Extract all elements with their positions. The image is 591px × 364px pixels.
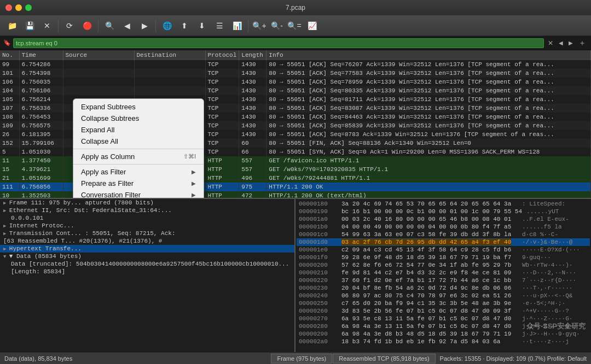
col-source[interactable]: Source bbox=[63, 50, 134, 60]
hex-row[interactable]: 00000290 6a 98 4a 3e d8 b3 48 d5 18 d5 3… bbox=[297, 330, 590, 338]
hex-row[interactable]: 000001b0 04 00 00 49 00 00 00 00 04 00 0… bbox=[297, 223, 590, 231]
menu-item[interactable]: Apply as Filter ▶ bbox=[73, 166, 204, 178]
watermark: 众号·SSP安全研究 bbox=[526, 321, 586, 331]
status-segments: Frame (975 bytes)Reassembled TCP (85,918… bbox=[271, 354, 435, 363]
toolbar: 📁 💾 ✕ ⟳ 🔴 🔍 ◀ ▶ 🌐 ⬆ ⬇ ☰ 📊 🔍+ 🔍- 🔍= 📈 bbox=[0, 15, 591, 36]
hex-row[interactable]: 00000210 fe 9d 81 44 c2 e7 b4 d3 32 2c e… bbox=[297, 269, 590, 277]
detail-item-text: Data [truncated]: 504b030414000000008000… bbox=[11, 261, 289, 267]
hex-ascii: ......f5 la bbox=[522, 224, 588, 230]
down-button[interactable]: ⬇ bbox=[194, 18, 210, 33]
detail-item[interactable]: ▼ Data (85834 bytes) bbox=[0, 253, 294, 260]
cell-len: 472 bbox=[239, 191, 266, 198]
zoom-in-button[interactable]: 🔍+ bbox=[252, 18, 267, 33]
capture-button[interactable]: 🔴 bbox=[79, 18, 95, 33]
zoom-out-button[interactable]: 🔍- bbox=[269, 18, 285, 33]
hex-row[interactable]: 00000240 06 80 97 ac 80 75 c4 70 78 97 e… bbox=[297, 292, 590, 300]
network-button[interactable]: 🌐 bbox=[159, 18, 175, 33]
table-row[interactable]: 104 6.756106 TCP 1430 80 → 55051 [ACK] S… bbox=[0, 86, 591, 95]
detail-item[interactable]: [Length: 85834] bbox=[0, 268, 294, 275]
detail-item[interactable]: Internet Protoc... bbox=[0, 222, 294, 230]
packet-list[interactable]: No. Time Source Destination Protocol Len… bbox=[0, 50, 591, 198]
filter-clear-button[interactable]: ✕ bbox=[546, 39, 555, 47]
hex-row[interactable]: 000001a0 00 03 2c 40 16 80 00 00 00 65 4… bbox=[297, 215, 590, 223]
col-no[interactable]: No. bbox=[0, 50, 19, 60]
hex-ascii: : LiteSpeed: bbox=[522, 201, 588, 207]
filter-next-button[interactable]: ▶ bbox=[567, 40, 575, 46]
cell-time: 6.756035 bbox=[19, 78, 63, 86]
detail-item[interactable]: 0.0.0.101 bbox=[0, 214, 294, 222]
col-length[interactable]: Length bbox=[239, 50, 266, 60]
minimize-button[interactable] bbox=[15, 4, 22, 11]
table-row[interactable]: 101 6.754398 TCP 1430 80 → 55051 [ACK] S… bbox=[0, 69, 591, 78]
detail-item[interactable]: Frame 111: 975 by... aptured (7800 bits) bbox=[0, 199, 294, 207]
filter-bar: 🔖 tcp.stream eq 0 ✕ ◀ ▶ ＋ bbox=[0, 36, 591, 50]
hex-row[interactable]: 000001f0 59 28 6e 9f 48 d5 18 d5 39 18 6… bbox=[297, 254, 590, 261]
hex-row[interactable]: 000001c0 54 99 63 3a 63 e0 07 c3 58 fe 3… bbox=[297, 231, 590, 238]
filter-prev-button[interactable]: ◀ bbox=[557, 40, 565, 46]
cell-len: 557 bbox=[239, 165, 266, 174]
detail-item[interactable]: Ethernet II, Src: Dst: FederalState_31:6… bbox=[0, 207, 294, 214]
toolbar-separator-1 bbox=[58, 19, 59, 32]
status-segment[interactable]: Reassembled TCP (85,918 bytes) bbox=[333, 354, 435, 363]
hex-bytes: 06 80 97 ac 80 75 c4 70 78 97 e6 3c 02 e… bbox=[341, 292, 518, 299]
detail-item[interactable]: Transmission Cont... : 55051, Seq: 87215… bbox=[0, 230, 294, 237]
status-segment[interactable]: Frame (975 bytes) bbox=[271, 354, 332, 363]
cell-no: 106 bbox=[0, 78, 19, 86]
hex-bytes: 20 04 bf 8e fb 54 a6 2c 0d 72 d4 9c 8e d… bbox=[341, 285, 518, 291]
menu-item[interactable]: Collapse Subtrees bbox=[73, 113, 204, 124]
open-button[interactable]: 📁 bbox=[4, 18, 20, 33]
cell-len: 557 bbox=[239, 156, 266, 165]
hex-row[interactable]: 00000200 57 62 8e f6 e6 72 54 77 0e 34 1… bbox=[297, 261, 590, 269]
col-time[interactable]: Time bbox=[19, 50, 63, 60]
chart-button[interactable]: 📈 bbox=[304, 18, 320, 33]
col-protocol[interactable]: Protocol bbox=[205, 50, 239, 60]
col-info[interactable]: Info bbox=[266, 50, 591, 60]
hex-ascii: 7`···z··r{D···· bbox=[522, 277, 588, 284]
save-button[interactable]: 💾 bbox=[22, 18, 37, 33]
cell-time: 15.799106 bbox=[19, 139, 63, 148]
cell-src bbox=[63, 78, 134, 86]
up-button[interactable]: ⬆ bbox=[177, 18, 192, 33]
list-button[interactable]: ☰ bbox=[212, 18, 227, 33]
hex-bytes: 04 00 00 49 00 00 00 00 04 00 00 0b 80 f… bbox=[341, 224, 518, 230]
find-button[interactable]: 🔍 bbox=[102, 18, 117, 33]
hex-row[interactable]: 00000250 c7 65 d0 20 ba f9 94 c1 35 3c 3… bbox=[297, 300, 590, 307]
graph-button[interactable]: 📊 bbox=[229, 18, 245, 33]
col-destination[interactable]: Destination bbox=[134, 50, 205, 60]
hex-row[interactable]: 00000190 bc 16 b1 00 00 00 0c b1 00 00 0… bbox=[297, 208, 590, 215]
close-button[interactable]: ✕ bbox=[39, 18, 55, 33]
hex-row[interactable]: 000001d0 03 ac 2f 76 cb 7d 26 95 db dd 4… bbox=[297, 238, 590, 246]
cell-no: 104 bbox=[0, 86, 19, 95]
zoom-reset-button[interactable]: 🔍= bbox=[287, 18, 302, 33]
hex-row[interactable]: 00000180 3a 20 4c 69 74 65 53 70 65 65 6… bbox=[297, 200, 590, 208]
menu-item[interactable]: Collapse All bbox=[73, 136, 204, 147]
menu-item[interactable]: Expand Subtrees bbox=[73, 101, 204, 113]
menu-item[interactable]: Expand All bbox=[73, 124, 204, 136]
hex-ascii: ·^+V·····G··? bbox=[522, 308, 588, 314]
hex-row[interactable]: 00000260 3d 83 5e 2b 56 fe 07 b1 c5 0c 0… bbox=[297, 307, 590, 315]
hex-address: 00000270 bbox=[299, 315, 337, 322]
maximize-button[interactable] bbox=[25, 4, 32, 11]
detail-item[interactable]: [63 Reassembled T... #20(1376), #21(1376… bbox=[0, 237, 294, 245]
cell-info: 80 → 55051 [ACK] Seq=85839 Ack=1339 Win=… bbox=[266, 121, 591, 130]
hex-row[interactable]: 000002a0 18 b3 74 fd 1b bd eb 1e fb 92 7… bbox=[297, 338, 590, 345]
menu-item[interactable]: Prepare as Filter ▶ bbox=[73, 178, 204, 189]
detail-item[interactable]: Data [truncated]: 504b030414000000008000… bbox=[0, 260, 294, 268]
hex-row[interactable]: 00000230 20 04 bf 8e fb 54 a6 2c 0d 72 d… bbox=[297, 284, 590, 292]
table-row[interactable]: 99 6.754286 TCP 1430 80 → 55051 [ACK] Se… bbox=[0, 60, 591, 69]
close-button[interactable] bbox=[5, 4, 12, 11]
hex-row[interactable]: 000001e0 c2 09 a4 c3 cd 45 13 4f 3f 58 6… bbox=[297, 246, 590, 254]
filter-input[interactable]: tcp.stream eq 0 bbox=[13, 38, 544, 48]
filter-add-button[interactable]: ＋ bbox=[577, 38, 588, 48]
forward-button[interactable]: ▶ bbox=[137, 18, 152, 33]
back-button[interactable]: ◀ bbox=[119, 18, 135, 33]
menu-item[interactable]: Conversation Filter ▶ bbox=[73, 189, 204, 198]
detail-item-text: ▼ Data (85834 bytes) bbox=[9, 253, 82, 260]
packet-details[interactable]: Frame 111: 975 by... aptured (7800 bits)… bbox=[0, 199, 296, 352]
table-row[interactable]: 106 6.756035 TCP 1430 80 → 55051 [ACK] S… bbox=[0, 78, 591, 86]
detail-item[interactable]: Hypertext Transfe... bbox=[0, 245, 294, 253]
menu-item[interactable]: Apply as Column ⇧⌘I bbox=[73, 151, 204, 162]
hex-row[interactable]: 00000220 37 60 f1 d2 0e ef 7a b1 17 72 7… bbox=[297, 277, 590, 284]
cell-info: 80 → 55051 [ACK] Seq=8783 Ack=1339 Win=3… bbox=[266, 130, 591, 139]
reload-button[interactable]: ⟳ bbox=[62, 18, 77, 33]
